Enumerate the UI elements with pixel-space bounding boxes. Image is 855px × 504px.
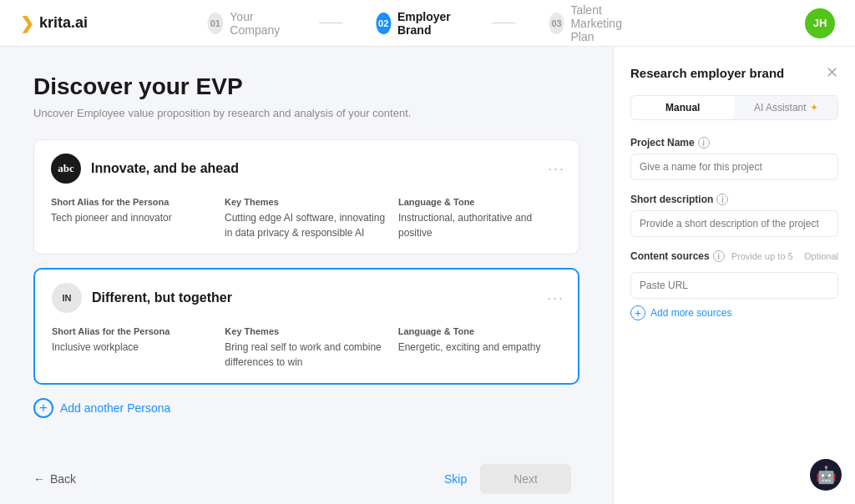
short-description-input[interactable] — [630, 210, 838, 237]
content-sources-group: Content sources i Provide up to 5 Option… — [630, 250, 838, 320]
step-1[interactable]: 01 Your Company — [207, 10, 286, 37]
step-divider-1 — [319, 23, 342, 23]
content-sources-info-icon[interactable]: i — [713, 250, 725, 262]
skip-button[interactable]: Skip — [444, 472, 467, 486]
back-arrow-icon: ← — [33, 472, 45, 486]
detail-label-themes-1: Key Themes — [225, 197, 392, 207]
close-button[interactable]: ✕ — [826, 63, 838, 82]
persona-name-1: Innovate, and be ahead — [91, 161, 239, 176]
chat-face-icon: 🤖 — [816, 465, 837, 485]
persona-logo-2: IN — [52, 283, 82, 313]
optional-label: Optional — [804, 251, 838, 261]
persona-header-left-1: abc Innovate, and be ahead — [51, 154, 239, 184]
persona-detail-tone-2: Language & Tone Energetic, exciting and … — [398, 326, 564, 370]
add-sources-label: Add more sources — [650, 307, 731, 319]
right-panel: Research employer brand ✕ Manual AI Assi… — [613, 47, 855, 504]
detail-value-alias-2: Inclusive workplace — [52, 340, 218, 355]
chat-icon-button[interactable]: 🤖 — [810, 459, 842, 491]
logo-text: krita.ai — [39, 14, 88, 32]
add-more-sources-button[interactable]: + Add more sources — [630, 305, 838, 320]
step-3[interactable]: 03 Talent Marketing Plan — [549, 3, 648, 43]
persona-name-2: Different, but together — [92, 290, 232, 305]
logo-icon: ❯ — [20, 13, 34, 33]
page-subtitle: Uncover Employee value proposition by re… — [33, 107, 579, 119]
detail-value-alias-1: Tech pioneer and innovator — [51, 210, 218, 225]
persona-detail-tone-1: Language & Tone Instructional, authorita… — [398, 197, 565, 240]
content-sources-input[interactable] — [630, 272, 838, 299]
add-persona-label: Add another Persona — [60, 401, 170, 415]
ai-star-icon: ✦ — [810, 102, 818, 113]
persona-more-1[interactable]: ··· — [548, 160, 565, 178]
add-persona-icon: + — [33, 398, 53, 418]
persona-logo-1: abc — [51, 154, 81, 184]
avatar[interactable]: JH — [805, 8, 835, 38]
persona-detail-alias-2: Short Alias for the Persona Inclusive wo… — [52, 326, 218, 370]
step-divider-2 — [493, 23, 516, 23]
detail-value-themes-1: Cutting edge AI software, innovating in … — [225, 210, 392, 240]
detail-label-alias-1: Short Alias for the Persona — [51, 197, 218, 207]
project-name-group: Project Name i — [630, 137, 838, 180]
step-1-label: Your Company — [230, 10, 286, 37]
step-2[interactable]: 02 Employer Brand — [376, 10, 458, 37]
persona-header-1: abc Innovate, and be ahead ··· — [51, 154, 565, 184]
persona-header-2: IN Different, but together ··· — [52, 283, 564, 313]
step-2-circle: 02 — [376, 13, 391, 34]
panel-title: Research employer brand — [630, 66, 784, 80]
persona-detail-themes-2: Key Themes Bring real self to work and c… — [225, 326, 391, 370]
step-2-label: Employer Brand — [397, 10, 459, 37]
persona-more-2[interactable]: ··· — [547, 290, 564, 307]
persona-details-2: Short Alias for the Persona Inclusive wo… — [52, 326, 564, 370]
tab-ai-assistant[interactable]: AI Assistant ✦ — [735, 96, 838, 119]
short-description-info-icon[interactable]: i — [716, 194, 728, 205]
detail-label-alias-2: Short Alias for the Persona — [52, 326, 218, 336]
persona-card-2[interactable]: IN Different, but together ··· Short Ali… — [33, 268, 579, 385]
footer: ← Back Skip Next — [0, 454, 605, 504]
step-3-label: Talent Marketing Plan — [570, 3, 647, 43]
content-sources-header: Content sources i Provide up to 5 Option… — [630, 250, 838, 262]
add-sources-icon: + — [630, 305, 645, 320]
content-sources-hint: Provide up to 5 — [731, 251, 793, 261]
tabs: Manual AI Assistant ✦ — [630, 95, 838, 120]
detail-value-tone-1: Instructional, authoritative and positiv… — [398, 210, 565, 240]
page-title: Discover your EVP — [33, 73, 579, 100]
footer-right: Skip Next — [444, 464, 571, 494]
tab-manual[interactable]: Manual — [631, 96, 735, 119]
detail-label-themes-2: Key Themes — [225, 326, 391, 336]
persona-detail-themes-1: Key Themes Cutting edge AI software, inn… — [225, 197, 392, 240]
stepper: 01 Your Company 02 Employer Brand 03 Tal… — [207, 3, 647, 43]
panel-header: Research employer brand ✕ — [630, 63, 838, 82]
persona-details-1: Short Alias for the Persona Tech pioneer… — [51, 197, 565, 240]
tab-ai-label: AI Assistant — [754, 102, 807, 113]
content-sources-label: Content sources i Provide up to 5 — [630, 250, 793, 262]
next-button[interactable]: Next — [480, 464, 571, 494]
project-name-label: Project Name i — [630, 137, 838, 149]
step-1-circle: 01 — [207, 13, 223, 34]
detail-label-tone-2: Language & Tone — [398, 326, 564, 336]
back-button[interactable]: ← Back — [33, 472, 76, 486]
short-description-group: Short description i — [630, 194, 838, 237]
add-persona-button[interactable]: + Add another Persona — [33, 398, 579, 418]
persona-detail-alias-1: Short Alias for the Persona Tech pioneer… — [51, 197, 218, 240]
main-layout: Discover your EVP Uncover Employee value… — [0, 47, 855, 504]
detail-value-tone-2: Energetic, exciting and empathy — [398, 340, 564, 355]
detail-label-tone-1: Language & Tone — [398, 197, 565, 207]
short-description-label: Short description i — [630, 194, 838, 205]
detail-value-themes-2: Bring real self to work and combine diff… — [225, 340, 391, 370]
header: ❯ krita.ai 01 Your Company 02 Employer B… — [0, 0, 855, 47]
project-name-input[interactable] — [630, 154, 838, 180]
step-3-circle: 03 — [549, 13, 564, 34]
persona-header-left-2: IN Different, but together — [52, 283, 232, 313]
project-name-info-icon[interactable]: i — [698, 137, 710, 149]
left-panel: Discover your EVP Uncover Employee value… — [0, 47, 613, 504]
logo: ❯ krita.ai — [20, 13, 88, 33]
back-label: Back — [50, 472, 76, 486]
persona-card-1[interactable]: abc Innovate, and be ahead ··· Short Ali… — [33, 139, 579, 255]
